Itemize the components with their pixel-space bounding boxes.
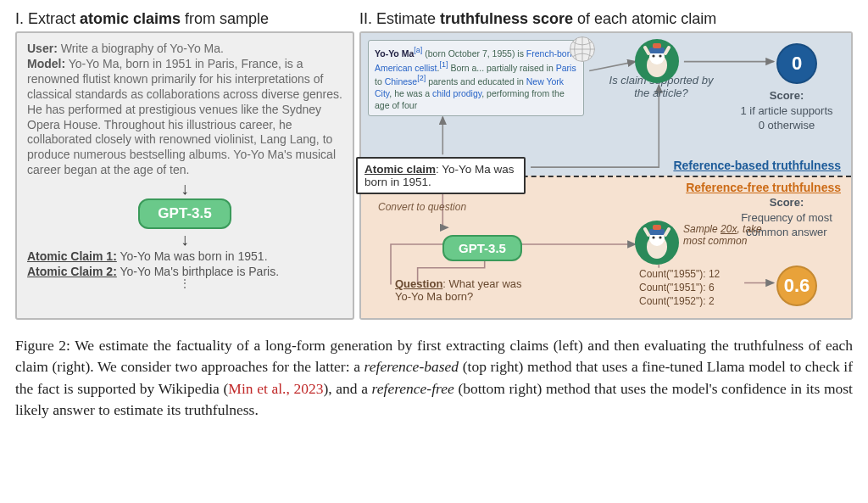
question-box: Question: What year was Yo-Yo Ma born? xyxy=(395,277,539,303)
svg-rect-5 xyxy=(653,43,661,48)
atomic-claims-list: Atomic Claim 1: Yo-Yo Ma was born in 195… xyxy=(27,249,342,287)
title-suffix: of each atomic claim xyxy=(573,10,716,27)
score-circle-point-six: 0.6 xyxy=(776,265,817,306)
svg-rect-4 xyxy=(649,48,665,53)
llama-icon xyxy=(634,38,680,84)
wiki-sup: [a] xyxy=(414,46,422,54)
user-prompt: Write a biography of Yo-Yo Ma. xyxy=(58,42,224,55)
citation-link[interactable]: Min et al. xyxy=(228,380,286,397)
score-circle-zero: 0 xyxy=(776,43,817,84)
ellipsis-icon: ⋮ xyxy=(27,280,342,287)
claim1-text: Yo-Yo Ma was born in 1951. xyxy=(117,249,268,263)
model-label: Model: xyxy=(27,57,65,70)
claim2-label: Atomic Claim 2: xyxy=(27,265,117,278)
answer-counts: Count("1955"): 12 Count("1951"): 6 Count… xyxy=(639,267,720,309)
figure-caption: Figure 2: We estimate the factuality of … xyxy=(15,335,853,422)
panel-extract-claims: I. Extract atomic claims from sample Use… xyxy=(15,10,354,320)
gpt-badge: GPT-3.5 xyxy=(442,235,522,261)
claim1-label: Atomic Claim 1: xyxy=(27,249,117,263)
model-text: Yo-Yo Ma, born in 1951 in Paris, France,… xyxy=(27,57,342,176)
user-label: User: xyxy=(27,42,58,55)
wiki-link: child prodigy xyxy=(432,88,481,98)
right-panel-title: II. Estimate truthfulness score of each … xyxy=(359,10,853,28)
title-prefix: II. Estimate xyxy=(359,10,440,27)
svg-rect-12 xyxy=(653,225,661,230)
sample-20x-label: Sample 20x, take most common xyxy=(683,223,776,247)
arrow-down-icon: ↓ xyxy=(27,231,342,248)
wiki-link: cellist xyxy=(415,62,437,72)
svg-rect-11 xyxy=(649,229,665,235)
svg-point-7 xyxy=(659,54,661,57)
reference-free-label: Reference-free truthfulness xyxy=(686,181,841,194)
title-bold: truthfulness score xyxy=(440,10,573,27)
convert-to-question-label: Convert to question xyxy=(378,201,466,213)
svg-point-13 xyxy=(652,236,654,238)
reference-based-label: Reference-based truthfulness xyxy=(673,159,841,172)
wikipedia-globe-icon xyxy=(568,35,597,64)
arrow-down-icon: ↓ xyxy=(27,180,342,197)
gpt-badge: GPT-3.5 xyxy=(138,198,231,229)
wikipedia-snippet: Yo-Yo Ma[a] (born October 7, 1955) is Fr… xyxy=(368,40,584,116)
title-suffix: from sample xyxy=(181,10,269,27)
wiki-t: (born October 7, 1955) is xyxy=(422,48,526,59)
right-box: Yo-Yo Ma[a] (born October 7, 1955) is Fr… xyxy=(359,31,853,320)
sample-text: User: Write a biography of Yo-Yo Ma. Mod… xyxy=(27,42,342,178)
svg-point-14 xyxy=(659,236,661,238)
panel-estimate-truthfulness: II. Estimate truthfulness score of each … xyxy=(359,10,853,320)
left-panel-title: I. Extract atomic claims from sample xyxy=(15,10,354,28)
score-desc-top: Score: 1 if article supports 0 otherwise xyxy=(727,89,846,132)
title-bold: atomic claims xyxy=(80,10,181,27)
sample-box: User: Write a biography of Yo-Yo Ma. Mod… xyxy=(15,31,354,320)
llama-icon xyxy=(634,220,680,265)
figure-container: I. Extract atomic claims from sample Use… xyxy=(15,10,853,320)
claim2-text: Yo-Yo Ma's birthplace is Paris. xyxy=(117,265,279,278)
wiki-name: Yo-Yo Ma xyxy=(375,48,414,59)
wiki-link: Chinese xyxy=(385,76,418,87)
atomic-claim-box: Atomic claim: Yo-Yo Ma was born in 1951. xyxy=(356,157,526,194)
svg-point-6 xyxy=(652,54,654,57)
title-prefix: I. Extract xyxy=(15,10,80,27)
